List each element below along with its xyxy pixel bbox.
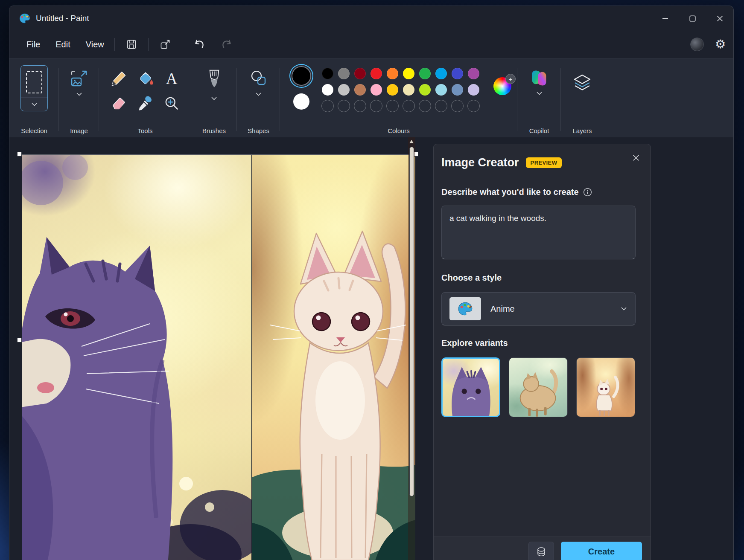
canvas-image-left[interactable] [22, 155, 251, 560]
style-dropdown[interactable]: Anime [441, 292, 636, 325]
empty-colour-slot[interactable] [370, 100, 382, 112]
variant-thumbnail-1[interactable] [441, 357, 500, 417]
empty-colour-slot[interactable] [419, 100, 431, 112]
layers-button[interactable] [572, 72, 592, 93]
palette-icon [457, 301, 473, 317]
shapes-button[interactable] [249, 69, 268, 96]
prompt-input[interactable]: a cat walking in the woods. [441, 206, 636, 259]
magnifier-tool-button[interactable] [159, 91, 184, 115]
colour-swatch[interactable] [354, 84, 366, 96]
colour-swatch[interactable] [468, 68, 479, 79]
eraser-tool-button[interactable] [106, 91, 131, 115]
colour-swatch[interactable] [322, 68, 333, 79]
redo-button[interactable] [221, 38, 233, 51]
variants-label: Explore variants [441, 338, 651, 348]
style-label: Choose a style [441, 273, 651, 283]
settings-gear-icon[interactable]: ⚙ [715, 38, 726, 50]
copilot-button[interactable] [529, 69, 549, 95]
menu-edit[interactable]: Edit [48, 36, 78, 53]
selection-handle-left-middle[interactable] [17, 338, 22, 342]
ribbon-group-image: Image [59, 58, 99, 138]
empty-colour-slot[interactable] [451, 100, 464, 112]
maximize-icon [689, 15, 696, 22]
variant-list [441, 357, 651, 417]
text-tool-icon: A [166, 71, 178, 87]
colour-swatch[interactable] [435, 84, 447, 96]
pencil-tool-button[interactable] [106, 67, 131, 90]
save-button[interactable] [125, 38, 138, 51]
cream-cat-artwork [252, 155, 415, 560]
colour-swatch[interactable] [371, 84, 382, 96]
empty-colour-slot[interactable] [467, 100, 480, 112]
scroll-up-arrow-icon[interactable] [409, 140, 414, 143]
selection-tool-button[interactable] [20, 65, 48, 111]
canvas-vertical-scrollbar[interactable] [408, 137, 415, 560]
foreground-colour-swatch[interactable] [292, 66, 311, 86]
info-icon[interactable] [583, 188, 592, 197]
group-label-layers: Layers [561, 127, 604, 134]
window-title: Untitled - Paint [36, 14, 89, 23]
preview-badge: PREVIEW [526, 157, 562, 168]
background-colour-swatch[interactable] [293, 93, 309, 110]
empty-colour-slot[interactable] [338, 100, 350, 112]
group-label-image: Image [59, 127, 99, 134]
empty-colour-slot[interactable] [321, 100, 334, 112]
ribbon-group-selection: Selection [9, 58, 59, 138]
undo-button[interactable] [193, 38, 205, 51]
close-icon [717, 15, 723, 22]
colour-swatch[interactable] [419, 84, 431, 96]
account-avatar[interactable] [690, 38, 704, 51]
edit-colours-button[interactable]: + [493, 77, 513, 97]
colour-swatch[interactable] [387, 68, 398, 79]
share-button[interactable] [159, 38, 172, 51]
group-label-shapes: Shapes [237, 127, 280, 134]
text-tool-button[interactable]: A [159, 67, 184, 90]
colour-swatch[interactable] [452, 84, 463, 96]
colour-swatch[interactable] [419, 68, 431, 79]
layers-icon [572, 72, 592, 93]
group-label-selection: Selection [9, 127, 59, 134]
menu-file[interactable]: File [19, 36, 48, 53]
variant-thumbnail-3[interactable] [576, 357, 635, 417]
chevron-down-icon [537, 92, 542, 95]
colour-swatch[interactable] [468, 84, 479, 96]
brushes-button[interactable] [206, 69, 222, 100]
menu-view[interactable]: View [78, 36, 112, 53]
colour-swatch[interactable] [371, 68, 382, 79]
colour-swatch[interactable] [403, 68, 414, 79]
selection-handle-top-left[interactable] [17, 152, 22, 157]
chevron-down-icon [76, 93, 82, 96]
style-thumbnail [449, 297, 481, 320]
group-label-brushes: Brushes [191, 127, 237, 134]
create-button[interactable]: Create [561, 542, 642, 560]
canvas-image-right[interactable] [252, 155, 415, 560]
image-tool-button[interactable] [69, 69, 89, 96]
panel-close-button[interactable] [629, 151, 643, 165]
colour-swatch[interactable] [452, 68, 463, 79]
maximize-button[interactable] [679, 6, 706, 31]
fill-tool-button[interactable] [132, 67, 158, 90]
colour-swatch[interactable] [435, 68, 447, 79]
scrollbar-thumb[interactable] [409, 147, 414, 496]
chevron-down-icon [256, 93, 261, 96]
variant-thumbnail-2[interactable] [509, 357, 568, 417]
credits-button[interactable] [528, 542, 554, 560]
ribbon-toolbar: Selection Image [9, 58, 733, 138]
ribbon-group-colours: + Colours [280, 58, 517, 138]
colour-swatch[interactable] [338, 68, 350, 79]
empty-colour-slot[interactable] [354, 100, 366, 112]
colour-swatch[interactable] [338, 84, 350, 96]
colour-swatch[interactable] [322, 84, 333, 96]
selection-dropdown[interactable] [21, 97, 47, 111]
close-button[interactable] [706, 6, 733, 31]
colour-swatch[interactable] [354, 68, 366, 79]
minimize-button[interactable] [651, 6, 679, 31]
eyedropper-icon [137, 95, 154, 112]
colour-swatch[interactable] [403, 84, 414, 96]
empty-colour-slot[interactable] [403, 100, 415, 112]
colour-swatch[interactable] [387, 84, 398, 96]
empty-colour-slot[interactable] [435, 100, 447, 112]
purple-cat-artwork [22, 155, 251, 560]
eyedropper-tool-button[interactable] [132, 91, 158, 115]
empty-colour-slot[interactable] [386, 100, 399, 112]
